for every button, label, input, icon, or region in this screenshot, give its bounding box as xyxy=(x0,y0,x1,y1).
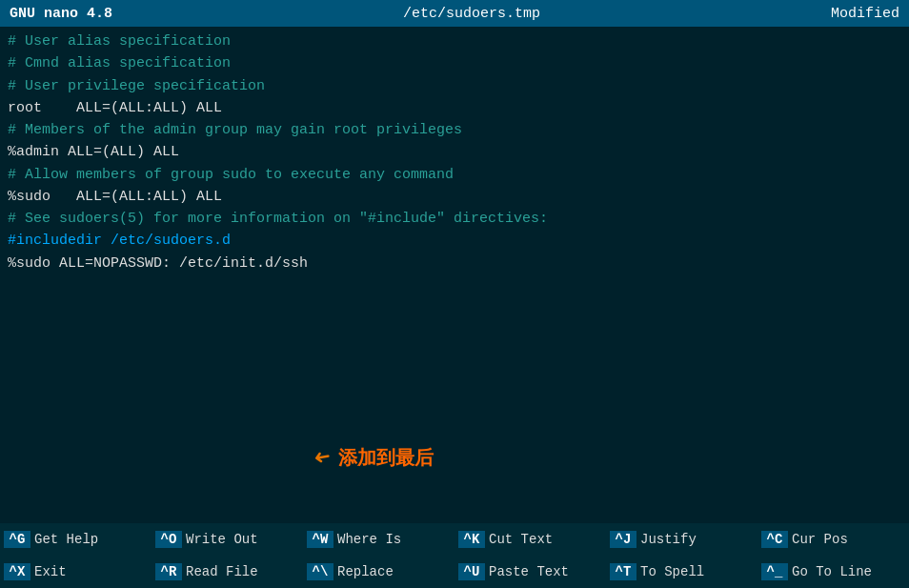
shortcut-item[interactable]: ^UPaste Text xyxy=(454,556,606,588)
editor-line: # Allow members of group sudo to execute… xyxy=(8,164,901,186)
shortcut-label: Go To Line xyxy=(792,564,872,579)
shortcut-item[interactable]: ^WWhere Is xyxy=(303,523,454,556)
editor-line: # User alias specification xyxy=(8,30,901,52)
shortcut-label: Paste Text xyxy=(489,564,569,579)
shortcut-key: ^O xyxy=(155,531,182,548)
shortcut-label: Where Is xyxy=(337,532,401,547)
shortcut-key: ^\ xyxy=(307,563,333,580)
shortcut-item[interactable]: ^TTo Spell xyxy=(606,556,758,588)
shortcut-item[interactable]: ^OWrite Out xyxy=(152,523,303,556)
editor-line: %sudo ALL=NOPASSWD: /etc/init.d/ssh xyxy=(8,253,901,274)
shortcut-group-3: ^KCut Text^UPaste Text xyxy=(454,523,606,588)
editor-line: # Cmnd alias specification xyxy=(8,52,901,74)
shortcut-key: ^U xyxy=(458,563,485,580)
shortcut-key: ^_ xyxy=(761,563,788,580)
modified-status: Modified xyxy=(831,6,899,22)
shortcut-key: ^G xyxy=(4,531,30,548)
shortcut-label: Get Help xyxy=(34,532,98,547)
shortcut-group-1: ^OWrite Out^RRead File xyxy=(152,523,303,588)
shortcut-item[interactable]: ^GGet Help xyxy=(0,523,152,556)
shortcut-key: ^K xyxy=(458,531,485,548)
shortcut-key: ^W xyxy=(307,531,333,548)
shortcut-item[interactable]: ^\Replace xyxy=(303,556,454,588)
lines-container: # User alias specification# Cmnd alias s… xyxy=(8,30,901,274)
shortcut-label: Cut Text xyxy=(489,532,553,547)
editor-line: # See sudoers(5) for more information on… xyxy=(8,208,901,230)
shortcut-label: Write Out xyxy=(186,532,258,547)
shortcut-key: ^X xyxy=(4,563,30,580)
editor-line: %sudo ALL=(ALL:ALL) ALL xyxy=(8,186,901,208)
title-bar: GNU nano 4.8 /etc/sudoers.tmp Modified xyxy=(0,0,909,27)
annotation-text: 添加到最后 xyxy=(338,445,434,471)
shortcut-label: Read File xyxy=(186,564,258,579)
shortcut-group-2: ^WWhere Is^\Replace xyxy=(303,523,454,588)
shortcut-item[interactable]: ^XExit xyxy=(0,556,152,588)
editor-area[interactable]: # User alias specification# Cmnd alias s… xyxy=(0,27,909,523)
terminal: GNU nano 4.8 /etc/sudoers.tmp Modified #… xyxy=(0,0,909,588)
annotation-container: ➜ 添加到最后 xyxy=(305,441,434,474)
shortcut-group-5: ^CCur Pos^_Go To Line xyxy=(758,523,909,588)
shortcut-label: Exit xyxy=(34,564,67,579)
shortcut-item[interactable]: ^RRead File xyxy=(152,556,303,588)
file-name: /etc/sudoers.tmp xyxy=(403,6,540,22)
shortcut-item[interactable]: ^JJustify xyxy=(606,523,758,556)
editor-line: # User privilege specification xyxy=(8,75,901,97)
shortcut-group-0: ^GGet Help^XExit xyxy=(0,523,152,588)
shortcut-item[interactable]: ^_Go To Line xyxy=(758,556,909,588)
editor-line: # Members of the admin group may gain ro… xyxy=(8,119,901,141)
shortcut-key: ^J xyxy=(610,531,636,548)
editor-line: %admin ALL=(ALL) ALL xyxy=(8,141,901,163)
shortcut-label: Replace xyxy=(337,564,394,579)
shortcut-label: To Spell xyxy=(640,564,704,579)
editor-line: #includedir /etc/sudoers.d xyxy=(8,230,901,252)
shortcut-label: Cur Pos xyxy=(792,532,848,547)
shortcut-item[interactable]: ^KCut Text xyxy=(454,523,606,556)
shortcut-key: ^R xyxy=(155,563,182,580)
shortcut-label: Justify xyxy=(640,532,697,547)
shortcut-item[interactable]: ^CCur Pos xyxy=(758,523,909,556)
shortcut-bar: ^GGet Help^XExit^OWrite Out^RRead File^W… xyxy=(0,523,909,588)
app-name: GNU nano 4.8 xyxy=(10,6,112,22)
arrow-icon: ➜ xyxy=(312,440,333,475)
shortcut-key: ^C xyxy=(761,531,788,548)
shortcut-group-4: ^JJustify^TTo Spell xyxy=(606,523,758,588)
shortcut-key: ^T xyxy=(610,563,636,580)
editor-line: root ALL=(ALL:ALL) ALL xyxy=(8,97,901,119)
